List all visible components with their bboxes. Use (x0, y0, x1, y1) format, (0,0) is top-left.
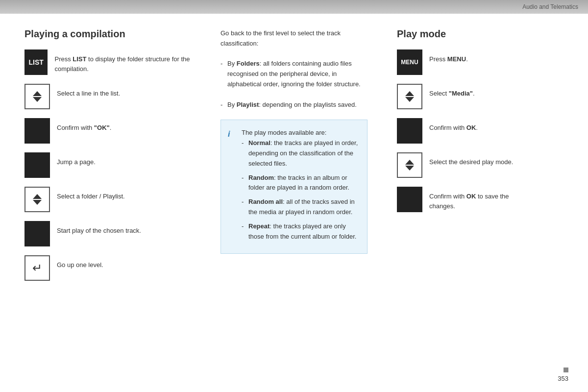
page-desc: Jump a page. (57, 152, 96, 167)
play-square-row: Start play of the chosen track. (24, 221, 211, 246)
arrow-updown-icon-3 (397, 84, 422, 109)
right-section: Play mode MENU Press MENU. Select "Media… (377, 28, 534, 377)
left-section: Playing a compilation LIST Press LIST to… (24, 28, 211, 377)
header-title: Audio and Telematics (522, 3, 578, 10)
list-badge-icon: LIST (24, 49, 48, 75)
ok-square-row-1: Confirm with "OK". (24, 118, 211, 144)
menu-desc: Press MENU. (429, 49, 468, 64)
arrow-down-2 (33, 200, 42, 205)
menu-badge-icon: MENU (397, 49, 422, 75)
arrow-up-4 (405, 160, 414, 165)
arrow2-desc: Select a folder / Playlist. (57, 187, 125, 201)
main-content: Playing a compilation LIST Press LIST to… (0, 14, 588, 392)
info-intro: The play modes available are: (242, 128, 359, 138)
back-arrow-icon: ↵ (24, 255, 50, 281)
arrow-down-3 (405, 97, 414, 102)
top-bar: Audio and Telematics (0, 0, 588, 14)
arrow-down-1 (33, 97, 42, 102)
dark-square-icon-3 (24, 221, 50, 246)
media-arrow-row: Select "Media". (397, 84, 534, 109)
back-arrow-symbol: ↵ (32, 261, 42, 275)
mode-random-all: Random all: all of the tracks saved in t… (242, 197, 359, 218)
mode-random: Random: the tracks in an album or folder… (242, 173, 359, 194)
page-number-area: 353 (558, 368, 568, 382)
save-square-row: Confirm with OK to save the changes. (397, 187, 534, 212)
page-square-row: Jump a page. (24, 152, 211, 178)
dark-square-icon-2 (24, 152, 50, 178)
ok-square-row-2: Confirm with OK. (397, 118, 534, 144)
middle-section: Go back to the first level to select the… (211, 28, 377, 377)
back-row: ↵ Go up one level. (24, 255, 211, 281)
arrow-up-3 (405, 91, 414, 96)
arrow1-row: Select a line in the list. (24, 84, 211, 109)
page-square-icon (564, 368, 568, 372)
ok-desc-2: Confirm with OK. (429, 118, 478, 133)
list-desc: Press LIST to display the folder structu… (54, 49, 211, 74)
page-number-text: 353 (558, 375, 568, 382)
dark-square-icon-4 (397, 118, 422, 144)
arrow-down-4 (405, 166, 414, 171)
info-box: i The play modes available are: Normal: … (220, 120, 368, 254)
mode-normal: Normal: the tracks are played in order, … (242, 138, 359, 169)
arrow-updown-icon-1 (24, 84, 50, 109)
arrow-up-1 (33, 91, 42, 96)
save-desc: Confirm with OK to save the changes. (429, 187, 534, 211)
back-desc: Go up one level. (57, 255, 103, 270)
media-desc: Select "Media". (429, 84, 475, 98)
play-modes-list: Normal: the tracks are played in order, … (242, 138, 359, 242)
arrow-updown-icon-2 (24, 187, 50, 212)
arrow2-row: Select a folder / Playlist. (24, 187, 211, 212)
play-desc: Start play of the chosen track. (57, 221, 141, 236)
arrow-up-2 (33, 194, 42, 199)
list-icon-row: LIST Press LIST to display the folder st… (24, 49, 211, 75)
playmode-arrow-row: Select the desired play mode. (397, 152, 534, 178)
dark-square-icon-5 (397, 187, 422, 212)
middle-top-text: Go back to the first level to select the… (220, 28, 368, 110)
left-section-title: Playing a compilation (24, 28, 211, 40)
arrow-updown-icon-4 (397, 152, 422, 178)
arrow1-desc: Select a line in the list. (57, 84, 120, 98)
menu-row: MENU Press MENU. (397, 49, 534, 75)
mode-repeat: Repeat: the tracks played are only those… (242, 221, 359, 242)
info-icon: i (228, 128, 230, 141)
dark-square-icon-1 (24, 118, 50, 144)
playmode-desc: Select the desired play mode. (429, 152, 513, 167)
right-section-title: Play mode (397, 28, 534, 40)
ok-desc-1: Confirm with "OK". (57, 118, 111, 133)
